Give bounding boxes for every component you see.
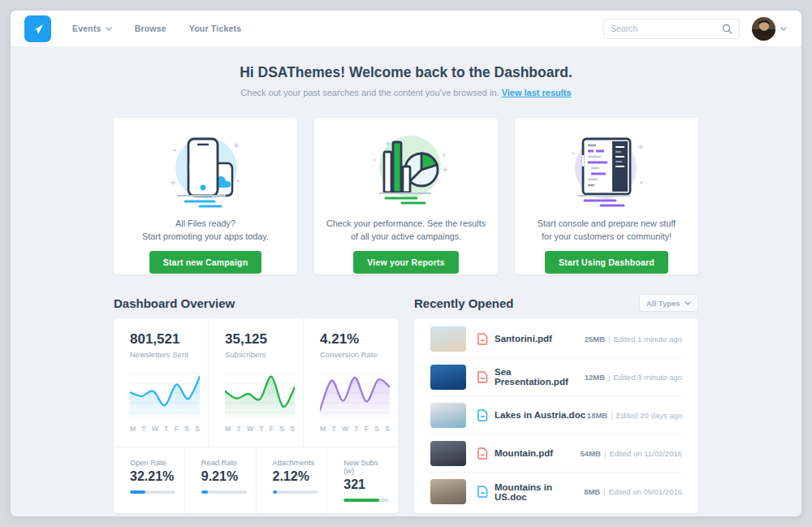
navbar-right [603,17,787,41]
day-label: S [374,425,379,433]
kpi-item: New Subs (w) 321 [326,447,398,513]
file-thumbnail [430,365,466,390]
meta-separator: | [611,411,612,420]
kpi-progress-track [343,499,389,502]
file-type-icon [477,409,488,421]
file-edited: Edited 3 minute ago [613,373,682,382]
nav-links: Events Browse Your Tickets [72,24,241,33]
day-label: T [331,425,335,433]
newsletters-sparkline [130,367,200,421]
promo-card-text: Start console and prepare new stuff for … [538,217,676,243]
promo-card-files: All Files ready? Start promoting your ap… [114,118,297,274]
file-meta: 54MB|Edited on 11/02/2016 [581,449,682,458]
day-label: M [130,425,136,433]
overview-kpi-row: Open Rate 32.21% Read Rate 9.21% Attachm… [114,447,398,513]
file-thumbnail [430,479,466,504]
kpi-progress-fill [130,490,145,494]
kpi-value: 9.21% [201,469,248,484]
nav-item-label: Your Tickets [189,24,241,33]
recently-opened-card: Santorini.pdf 25MB|Edited 1 minute ago S… [414,318,698,513]
file-name: Santorini.pdf [495,334,552,343]
kpi-progress-fill [273,490,278,494]
nav-item-events[interactable]: Events [72,24,112,33]
sparkline-chart [130,367,200,417]
day-labels: MTWTFSS [320,425,390,433]
day-label: W [342,425,348,433]
sparkline-chart [225,367,295,417]
cursor-icon [30,21,45,37]
kpi-progress-track [273,490,318,494]
view-your-reports-button[interactable]: View your Reports [353,251,458,274]
chevron-down-icon [106,27,112,31]
filter-label: All Types [646,299,680,308]
welcome-subtitle-text: Check out your past searches and the con… [240,88,499,97]
avatar-chevron-icon[interactable] [780,27,787,31]
promo-card-text: Check your performance. See the results … [326,217,486,243]
file-edited: Edited 1 minute ago [613,335,682,343]
file-type-icon [477,447,488,460]
kpi-value: 321 [343,477,390,492]
day-label: T [141,425,145,433]
file-row[interactable]: Mountain.pdf 54MB|Edited on 11/02/2016 [430,434,682,473]
start-using-dashboard-button[interactable]: Start Using Dashboard [545,251,668,274]
file-row[interactable]: Lakes in Austria.doc 18MB|Edited 20 days… [430,396,682,434]
kpi-label: Read Rate [201,459,248,467]
file-edited: Edited 20 days ago [616,411,682,420]
file-size: 12MB [585,373,605,382]
file-thumbnail [430,403,466,428]
recently-opened-title: Recently Opened [414,296,514,310]
kpi-item: Open Rate 32.21% [114,447,184,513]
day-label: M [320,425,326,433]
file-thumbnail [430,326,466,352]
search-input[interactable] [611,24,722,33]
kpi-progress-fill [201,490,208,494]
overview-stats-row: 801,521 Newsletters Sent MTWTFSS 35,125 … [114,318,398,447]
nav-item-label: Browse [135,24,166,33]
file-size: 8MB [584,487,600,496]
kpi-item: Read Rate 9.21% [184,447,256,513]
day-labels: MTWTFSS [225,425,295,433]
file-edited: Edited on 09/01/2016 [609,487,682,496]
promo-card-performance: Check your performance. See the results … [314,118,498,274]
kpi-progress-track [130,490,175,494]
search-box[interactable] [603,19,740,39]
welcome-subtitle: Check out your past searches and the con… [11,88,801,97]
day-label: W [247,425,253,433]
promo-card-console: Start console and prepare new stuff for … [515,118,698,274]
file-name: Lakes in Austria.doc [495,410,585,420]
nav-item-browse[interactable]: Browse [135,24,166,33]
file-name: Sea Presentation.pdf [495,367,585,387]
file-row[interactable]: Santorini.pdf 25MB|Edited 1 minute ago [430,320,682,358]
sparkline-chart [320,367,390,417]
kpi-label: New Subs (w) [343,459,390,475]
file-meta: 18MB|Edited 20 days ago [587,411,682,420]
day-label: S [290,425,295,433]
nav-item-your-tickets[interactable]: Your Tickets [189,24,241,33]
file-row[interactable]: Sea Presentation.pdf 12MB|Edited 3 minut… [430,358,682,396]
kpi-value: 32.21% [130,469,176,484]
start-new-campaign-button[interactable]: Start new Campaign [149,251,262,274]
day-label: S [195,425,200,433]
kpi-label: Open Rate [130,459,176,467]
file-type-icon [477,371,488,383]
day-label: T [259,425,263,433]
conversion-sparkline [320,367,390,421]
search-icon[interactable] [722,24,732,34]
meta-separator: | [608,373,610,382]
kpi-item: Attachments 2.12% [256,447,327,513]
user-avatar[interactable] [752,17,775,41]
file-meta: 12MB|Edited 3 minute ago [585,373,682,382]
day-label: F [175,425,179,433]
file-row[interactable]: Mountains in US.doc 8MB|Edited on 09/01/… [430,473,682,511]
file-name: Mountain.pdf [495,448,553,458]
file-size: 54MB [581,449,601,458]
dashboard-overview-title: Dashboard Overview [114,296,235,310]
day-label: M [225,425,231,433]
promo-card-text: All Files ready? Start promoting your ap… [142,217,269,243]
stat-label: Conversion Rate [320,350,390,359]
kpi-label: Attachments [273,459,319,467]
view-last-results-link[interactable]: View last results [502,88,572,97]
app-logo[interactable] [24,15,51,42]
meta-separator: | [608,335,610,343]
all-types-filter-dropdown[interactable]: All Types [639,294,698,312]
